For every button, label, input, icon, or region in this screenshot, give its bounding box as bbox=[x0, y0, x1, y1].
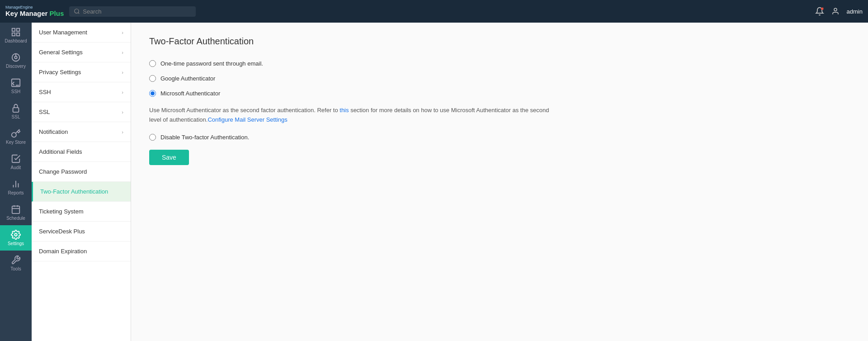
nav-label-ssh: SSH bbox=[11, 89, 21, 94]
chevron-right-icon: › bbox=[122, 70, 123, 75]
nav-item-ssl[interactable]: SSL bbox=[0, 99, 32, 124]
radio-microsoft-auth[interactable] bbox=[149, 90, 156, 97]
submenu-domain-expiration[interactable]: Domain Expiration bbox=[32, 242, 131, 261]
tools-icon bbox=[11, 255, 21, 265]
submenu-ssl[interactable]: SSL › bbox=[32, 102, 131, 122]
svg-line-1 bbox=[78, 13, 80, 14]
reports-icon bbox=[11, 179, 21, 189]
submenu-servicedesk-plus[interactable]: ServiceDesk Plus bbox=[32, 222, 131, 242]
submenu-notification[interactable]: Notification › bbox=[32, 122, 131, 142]
radio-group: One-time password sent through email. Go… bbox=[149, 60, 850, 97]
nav-item-settings[interactable]: Settings bbox=[0, 225, 32, 251]
terminal-icon bbox=[11, 78, 21, 88]
svg-point-9 bbox=[14, 56, 17, 59]
chevron-right-icon: › bbox=[122, 30, 123, 35]
radio-otp-email[interactable] bbox=[149, 60, 156, 67]
chevron-right-icon: › bbox=[122, 50, 123, 55]
info-text: Use Microsoft Authenticator as the secon… bbox=[149, 106, 556, 125]
radio-google-auth[interactable] bbox=[149, 75, 156, 82]
radio-group-disable: Disable Two-factor Authentication. bbox=[149, 134, 850, 141]
schedule-icon bbox=[11, 204, 21, 214]
info-text-before: Use Microsoft Authenticator as the secon… bbox=[149, 107, 340, 114]
nav-item-schedule[interactable]: Schedule bbox=[0, 200, 32, 225]
nav-item-audit[interactable]: Audit bbox=[0, 149, 32, 175]
notification-icon[interactable] bbox=[815, 7, 824, 16]
nav-item-tools[interactable]: Tools bbox=[0, 251, 32, 276]
nav-label-keystore: Key Store bbox=[6, 140, 26, 145]
radio-option-microsoft-auth[interactable]: Microsoft Authenticator bbox=[149, 90, 850, 97]
submenu-change-password[interactable]: Change Password bbox=[32, 162, 131, 182]
page-title: Two-Factor Authentication bbox=[149, 36, 850, 47]
nav-label-tools: Tools bbox=[10, 266, 21, 271]
radio-option-google-auth[interactable]: Google Authenticator bbox=[149, 75, 850, 82]
search-bar[interactable] bbox=[69, 6, 196, 17]
home-icon bbox=[11, 27, 21, 37]
svg-rect-7 bbox=[12, 33, 15, 36]
nav-label-ssl: SSL bbox=[12, 114, 20, 119]
nav-item-keystore[interactable]: Key Store bbox=[0, 124, 32, 149]
submenu-ticketing-system[interactable]: Ticketing System bbox=[32, 202, 131, 222]
submenu-two-factor-auth[interactable]: Two-Factor Authentication bbox=[32, 182, 131, 202]
nav-label-audit: Audit bbox=[11, 165, 21, 170]
settings-icon bbox=[11, 230, 21, 240]
svg-rect-5 bbox=[17, 28, 19, 31]
submenu-privacy-settings[interactable]: Privacy Settings › bbox=[32, 62, 131, 82]
radio-option-disable-2fa[interactable]: Disable Two-factor Authentication. bbox=[149, 134, 850, 141]
nav-item-reports[interactable]: Reports bbox=[0, 175, 32, 200]
radar-icon bbox=[11, 52, 21, 62]
nav-item-dashboard[interactable]: Dashboard bbox=[0, 23, 32, 48]
info-link[interactable]: this bbox=[340, 107, 349, 114]
ssl-icon bbox=[11, 103, 21, 113]
app-logo: ManageEngine Key Manager Plus bbox=[5, 5, 64, 17]
radio-option-otp-email[interactable]: One-time password sent through email. bbox=[149, 60, 850, 67]
audit-icon bbox=[11, 154, 21, 164]
nav-label-settings: Settings bbox=[8, 241, 24, 246]
svg-point-3 bbox=[834, 8, 837, 11]
chevron-right-icon: › bbox=[122, 129, 123, 135]
svg-point-0 bbox=[75, 9, 79, 13]
radio-disable-2fa[interactable] bbox=[149, 134, 156, 141]
body-layout: Dashboard Discovery SSH SSL Key Store Au… bbox=[0, 23, 868, 341]
radio-label-disable-2fa: Disable Two-factor Authentication. bbox=[160, 134, 249, 141]
radio-label-google-auth: Google Authenticator bbox=[160, 75, 215, 82]
submenu-user-management[interactable]: User Management › bbox=[32, 23, 131, 43]
user-icon bbox=[831, 7, 840, 15]
search-input[interactable] bbox=[83, 8, 182, 15]
header: ManageEngine Key Manager Plus admin bbox=[0, 0, 868, 23]
nav-label-reports: Reports bbox=[8, 190, 24, 195]
main-content: Two-Factor Authentication One-time passw… bbox=[131, 23, 868, 341]
svg-rect-13 bbox=[13, 108, 19, 112]
svg-rect-2 bbox=[821, 8, 823, 10]
radio-label-otp-email: One-time password sent through email. bbox=[160, 60, 263, 67]
submenu-panel: User Management › General Settings › Pri… bbox=[32, 23, 131, 341]
svg-rect-4 bbox=[12, 28, 15, 31]
svg-rect-6 bbox=[17, 33, 19, 36]
nav-label-discovery: Discovery bbox=[6, 64, 26, 69]
save-button[interactable]: Save bbox=[149, 150, 189, 165]
nav-item-ssh[interactable]: SSH bbox=[0, 73, 32, 99]
radio-label-microsoft-auth: Microsoft Authenticator bbox=[160, 90, 220, 97]
nav-label-schedule: Schedule bbox=[6, 216, 25, 221]
key-icon bbox=[11, 128, 21, 138]
left-nav: Dashboard Discovery SSH SSL Key Store Au… bbox=[0, 23, 32, 341]
svg-point-14 bbox=[12, 133, 16, 137]
configure-mail-server-link[interactable]: Configure Mail Server Settings bbox=[208, 116, 287, 123]
svg-point-22 bbox=[14, 233, 17, 236]
submenu-ssh[interactable]: SSH › bbox=[32, 82, 131, 102]
search-icon bbox=[74, 8, 80, 14]
nav-item-discovery[interactable]: Discovery bbox=[0, 48, 32, 73]
nav-label-dashboard: Dashboard bbox=[5, 38, 27, 43]
chevron-right-icon: › bbox=[122, 109, 123, 115]
chevron-right-icon: › bbox=[122, 90, 123, 95]
svg-rect-18 bbox=[12, 206, 20, 214]
logo-app-name: Key Manager Plus bbox=[5, 10, 64, 18]
submenu-additional-fields[interactable]: Additional Fields bbox=[32, 142, 131, 162]
admin-username: admin bbox=[847, 8, 863, 15]
header-right: admin bbox=[815, 7, 863, 16]
submenu-general-settings[interactable]: General Settings › bbox=[32, 43, 131, 62]
